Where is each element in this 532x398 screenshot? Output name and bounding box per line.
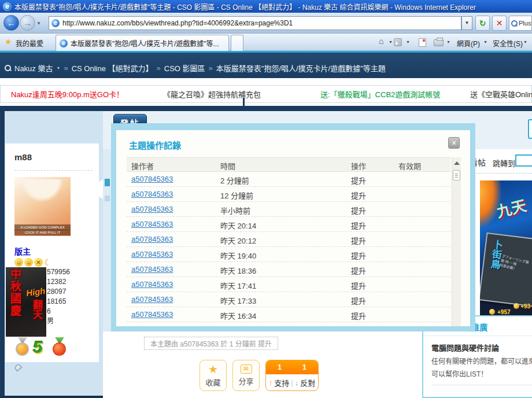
row-operator[interactable]: a507845363: [131, 310, 173, 319]
support-button[interactable]: 支持: [274, 377, 289, 388]
smiley-icon[interactable]: ☺: [14, 258, 23, 267]
url-dropdown-button[interactable]: ▼: [461, 16, 472, 30]
announcement-link[interactable]: 《龍之召喚》超強持航補充包: [163, 89, 261, 100]
row-operator[interactable]: a507845363: [131, 175, 173, 183]
row-operator[interactable]: a507845363: [131, 295, 173, 304]
forward-button[interactable]: →: [20, 15, 35, 31]
row-time: 昨天 19:40: [220, 250, 256, 261]
oppose-button[interactable]: 反對: [300, 377, 315, 388]
row-action: 提升: [351, 220, 366, 231]
rss-dropdown-icon[interactable]: ▼: [406, 40, 410, 44]
scroll-up-icon[interactable]: [454, 161, 460, 165]
printer-dropdown-icon[interactable]: ▼: [446, 40, 450, 44]
row-operator[interactable]: a507845363: [131, 280, 173, 289]
mail-page-icon[interactable]: [419, 38, 426, 47]
stop-button[interactable]: ✕: [492, 16, 507, 31]
breadcrumb-item-subforum[interactable]: CSO 影圖區: [164, 62, 205, 73]
home-icon[interactable]: ⌂: [379, 36, 383, 46]
smiley-x-icon[interactable]: ✕: [34, 258, 43, 267]
table-row: a507845363 昨天 17:41 提升: [127, 277, 450, 292]
new-tab-stub[interactable]: [231, 35, 243, 51]
scrollbar-thumb[interactable]: [453, 170, 460, 180]
jump-to-input[interactable]: [515, 154, 532, 167]
row-time: 2 分鐘前: [220, 175, 249, 186]
share-button[interactable]: ✉ 分享: [232, 360, 260, 391]
back-button[interactable]: ←: [3, 15, 19, 31]
moon-icon[interactable]: ☾: [44, 258, 51, 267]
breadcrumb-item-forum[interactable]: CS Online 【絕對武力】: [72, 62, 153, 73]
breadcrumb-item-thread: 本版嚴禁發表"抱怨/唱人/撲克卡片/遊戲數據"等主題: [216, 62, 386, 73]
row-operator[interactable]: a507845363: [131, 250, 173, 259]
table-row: a507845363 2 分鐘前 提升: [127, 172, 450, 187]
divider: [14, 170, 93, 171]
favorite-button[interactable]: ★ 收藏: [200, 360, 227, 391]
post-bubble-notch: [88, 179, 103, 199]
announcement-link[interactable]: 送:「獵殺戰場」CCB2遊戲測試帳號: [320, 89, 440, 100]
festival-text-vertical2: 翻天: [29, 300, 44, 319]
support-count: 1: [278, 363, 282, 371]
ad-coin-value: +957: [497, 309, 511, 315]
row-operator[interactable]: a507845363: [131, 265, 173, 274]
divider: [423, 336, 532, 336]
topic-note: 本主題由 a507845363 於 1 分鐘前 提升: [0, 337, 422, 350]
divider: [243, 98, 245, 106]
announcement-link[interactable]: 送《空戰英雄Online》封測: [470, 89, 532, 100]
smiley-icon[interactable]: ☺: [24, 258, 33, 267]
history-chevron-icon[interactable]: ▼: [36, 21, 41, 26]
modal-scrollbar[interactable]: [452, 157, 461, 326]
printer-icon[interactable]: [434, 39, 444, 46]
row-operator[interactable]: a507845363: [131, 235, 173, 244]
url-text: http://www.nakuz.com/bbs/viewthread.php?…: [62, 19, 459, 27]
stat-value: 18165: [47, 297, 82, 307]
page-bottom-border: [0, 396, 103, 398]
avatar: A LOADED GOD COMPLEX COCK IT AND PULL IT…: [14, 177, 71, 236]
menu-page[interactable]: 網頁(P): [457, 38, 480, 48]
site-dropdown-icon[interactable]: ▼: [56, 66, 60, 70]
envelope-icon: ✉: [241, 364, 252, 374]
spacer: [0, 78, 532, 85]
festival-text-high: High: [25, 286, 46, 298]
hidden-content-fragment: [105, 179, 110, 186]
table-row: a507845363 12 分鐘前 提升: [127, 187, 450, 202]
row-operator[interactable]: a507845363: [131, 190, 173, 198]
post-actions: ★ 收藏 ✉ 分享 1 1 ↑ 支持 | ↓ 反對: [200, 360, 319, 391]
table-row: a507845363 半小時前 提升: [127, 202, 450, 217]
partial-button-box[interactable]: [528, 119, 532, 139]
table-header-row: 操作者 時間 操作 有效期: [127, 157, 450, 172]
row-operator[interactable]: a507845363: [131, 205, 173, 213]
refresh-button[interactable]: ↻: [475, 16, 490, 31]
favorites-star-icon[interactable]: ★: [5, 37, 12, 46]
username[interactable]: m88: [14, 152, 32, 162]
row-time: 半小時前: [220, 205, 250, 216]
column-header-action: 操作: [351, 160, 366, 171]
divider: [431, 385, 532, 385]
security-dropdown-icon[interactable]: ▼: [523, 40, 527, 44]
url-field[interactable]: e http://www.nakuz.com/bbs/viewthread.ph…: [49, 16, 461, 30]
breadcrumb-site[interactable]: Nakuz 樂古: [14, 62, 53, 73]
modal-table-body: a507845363 2 分鐘前 提升 a507845363 12 分鐘前 提升…: [127, 172, 450, 326]
close-icon[interactable]: ✕: [448, 137, 460, 149]
row-time: 昨天 20:14: [220, 220, 256, 231]
browser-tab[interactable]: e 本版嚴禁發表"抱怨/唱人/撲克卡片/遊戲數據"等...: [56, 35, 229, 51]
ad-card-smallprint: グフォーリング篇間·祠·一般玩家必載！: [499, 254, 529, 274]
home-dropdown-icon[interactable]: ▼: [389, 40, 393, 44]
row-operator[interactable]: a507845363: [131, 220, 173, 229]
search-input[interactable]: Plus!: [509, 16, 532, 31]
favorites-label[interactable]: 我的最愛: [16, 38, 43, 48]
breadcrumb: Nakuz 樂古 ▼ » CS Online 【絕對武力】 » CSO 影圖區 …: [5, 62, 386, 73]
column-header-operator: 操作者: [131, 160, 154, 171]
rss-icon[interactable]: [394, 38, 402, 46]
ad-banner[interactable]: 九天 卜街鳥 グフォーリング篇間·祠·一般玩家必載！ +957 +93 九天街鳥: [480, 180, 532, 330]
row-time: 12 分鐘前: [220, 190, 253, 201]
announcement-link[interactable]: Nakuz逢周五晚9:00p.m送GO卡！: [11, 89, 124, 100]
page-menu-dropdown-icon[interactable]: ▼: [483, 40, 487, 44]
promo-item-title[interactable]: 電腦問題與硬件討論: [431, 342, 499, 353]
breadcrumb-sep: »: [209, 64, 213, 72]
row-time: 昨天 18:36: [220, 265, 256, 276]
row-time: 昨天 17:41: [220, 280, 256, 291]
row-action: 提升: [351, 190, 366, 201]
vote-counts: 1 1: [266, 360, 318, 374]
menu-security[interactable]: 安全性(S): [493, 38, 523, 48]
search-placeholder: Plus!: [519, 20, 532, 27]
avatar-arrows-decor: «««: [16, 230, 23, 236]
